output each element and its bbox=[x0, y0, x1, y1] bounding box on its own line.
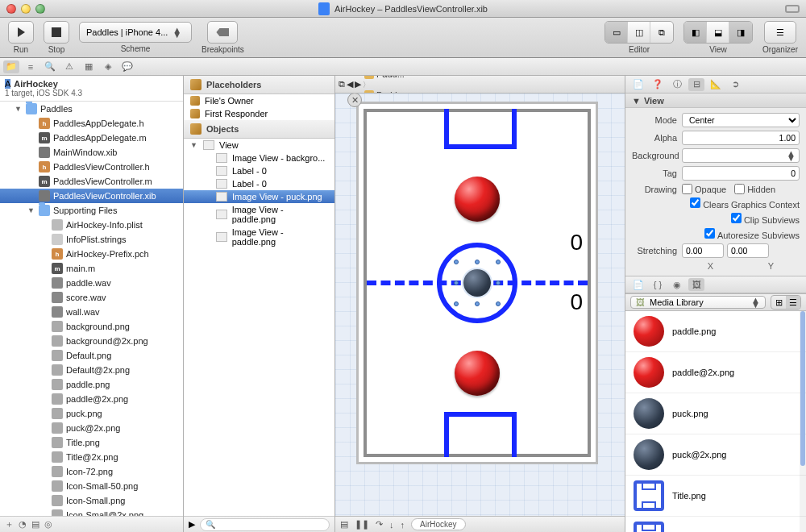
tree-row[interactable]: Default.png bbox=[0, 348, 183, 363]
library-item[interactable]: Title.png bbox=[625, 476, 806, 517]
size-inspector-icon[interactable]: 📐 bbox=[708, 78, 724, 91]
library-item[interactable]: Title@2x.png bbox=[625, 517, 806, 532]
tree-row[interactable]: score.wav bbox=[0, 290, 183, 305]
library-item[interactable]: paddle.png bbox=[625, 311, 806, 352]
tree-row[interactable]: hAirHockey-Prefix.pch bbox=[0, 247, 183, 261]
scrollbar[interactable] bbox=[800, 311, 806, 532]
opaque-checkbox[interactable]: Opaque bbox=[682, 184, 726, 194]
close-window[interactable] bbox=[6, 4, 16, 14]
placeholder-row[interactable]: First Responder bbox=[184, 107, 334, 120]
grid-view-icon[interactable]: ⊞ bbox=[771, 296, 786, 309]
media-library[interactable]: paddle.pngpaddle@2x.pngpuck.pngpuck@2x.p… bbox=[625, 311, 806, 532]
debug-scope[interactable]: AirHockey bbox=[411, 518, 466, 530]
tag-field[interactable] bbox=[682, 166, 800, 181]
tree-row[interactable]: hPaddlesViewController.h bbox=[0, 160, 183, 174]
view-navigator[interactable]: ◧ bbox=[684, 22, 707, 43]
tree-row[interactable]: Icon-Small-50.png bbox=[0, 479, 183, 493]
tree-row[interactable]: hPaddlesAppDelegate.h bbox=[0, 116, 183, 131]
editor-version[interactable]: ⧉ bbox=[650, 22, 673, 43]
object-row[interactable]: Label - 0 bbox=[184, 177, 334, 190]
library-item[interactable]: puck@2x.png bbox=[625, 434, 806, 476]
tree-row[interactable]: ▼Paddles bbox=[0, 102, 183, 116]
object-library-icon[interactable]: ◉ bbox=[669, 278, 685, 291]
library-view-toggle[interactable]: ⊞☰ bbox=[771, 295, 801, 310]
quick-help-icon[interactable]: ❓ bbox=[650, 78, 666, 91]
object-row[interactable]: Image View - paddle.png bbox=[184, 203, 334, 226]
tree-row[interactable]: Icon-Small.png bbox=[0, 493, 183, 508]
log-navigator-icon[interactable]: 💬 bbox=[119, 60, 135, 73]
editor-standard[interactable]: ▭ bbox=[605, 22, 628, 43]
tree-row[interactable]: AirHockey-Info.plist bbox=[0, 218, 183, 232]
tree-row[interactable]: Title.png bbox=[0, 435, 183, 450]
object-row[interactable]: ▼View bbox=[184, 139, 334, 152]
outline-search[interactable]: 🔍 bbox=[200, 518, 330, 531]
add-icon[interactable]: ＋ bbox=[5, 518, 14, 530]
jump-bar[interactable]: ⧉ ◀ ▶ AirHockey〉Padd...〉Padd...〉Padd...〉… bbox=[335, 76, 625, 94]
filter-recent-icon[interactable]: ◔ bbox=[19, 519, 27, 530]
object-row[interactable]: Image View - puck.png bbox=[184, 190, 334, 203]
debug-step-over-icon[interactable]: ↷ bbox=[376, 519, 383, 530]
tree-row[interactable]: Icon-Small@2x.png bbox=[0, 508, 183, 516]
tree-row[interactable]: puck@2x.png bbox=[0, 421, 183, 435]
tree-row[interactable]: mmain.m bbox=[0, 261, 183, 276]
tree-row[interactable]: Icon-72.png bbox=[0, 464, 183, 479]
tree-row[interactable]: paddle.png bbox=[0, 377, 183, 392]
editor-mode-segment[interactable]: ▭ ◫ ⧉ bbox=[604, 21, 674, 44]
outline-toggle-icon[interactable]: ▶ bbox=[189, 519, 195, 530]
tree-row[interactable]: Title@2x.png bbox=[0, 450, 183, 464]
tree-row[interactable]: ▼Supporting Files bbox=[0, 203, 183, 218]
minimize-window[interactable] bbox=[21, 4, 31, 14]
issue-navigator-icon[interactable]: ⚠ bbox=[61, 60, 77, 73]
alpha-field[interactable] bbox=[682, 131, 800, 145]
breakpoints-button[interactable] bbox=[207, 21, 238, 44]
clip-checkbox[interactable]: Clip Subviews bbox=[682, 213, 800, 225]
run-button[interactable] bbox=[8, 21, 34, 44]
inspector-header[interactable]: ▼ View bbox=[625, 94, 806, 108]
debug-step-in-icon[interactable]: ↓ bbox=[389, 520, 394, 530]
stop-button[interactable] bbox=[44, 21, 69, 44]
debug-step-out-icon[interactable]: ↑ bbox=[401, 520, 405, 530]
filter-scm-icon[interactable]: ▤ bbox=[31, 519, 39, 530]
library-picker[interactable]: 🖼 Media Library ▲▼ bbox=[630, 296, 766, 309]
debug-hide-icon[interactable]: ▤ bbox=[340, 519, 348, 530]
proxy-icon[interactable] bbox=[785, 5, 800, 13]
view-utilities[interactable]: ◨ bbox=[729, 22, 752, 43]
object-row[interactable]: Label - 0 bbox=[184, 164, 334, 177]
tree-row[interactable]: background@2x.png bbox=[0, 334, 183, 348]
tree-row[interactable]: Default@2x.png bbox=[0, 363, 183, 377]
attributes-inspector-icon[interactable]: ⊟ bbox=[688, 78, 704, 91]
ib-canvas[interactable]: ✕ 0 0 bbox=[335, 94, 625, 516]
organizer-button[interactable]: ☰ bbox=[764, 21, 796, 44]
tree-row[interactable]: paddle.wav bbox=[0, 276, 183, 290]
back-icon[interactable]: ◀ bbox=[347, 79, 353, 89]
paddle-bottom[interactable] bbox=[455, 351, 500, 396]
device-view[interactable]: ✕ 0 0 bbox=[356, 102, 598, 464]
selection-handles[interactable] bbox=[457, 263, 497, 303]
identity-inspector-icon[interactable]: ⓘ bbox=[669, 78, 685, 91]
tree-row[interactable]: puck.png bbox=[0, 406, 183, 421]
tree-row[interactable]: MainWindow.xib bbox=[0, 145, 183, 160]
scheme-picker[interactable]: Paddles | iPhone 4... ▲▼ bbox=[79, 22, 192, 43]
zoom-window[interactable] bbox=[35, 4, 45, 14]
background-color-well[interactable]: ▲▼ bbox=[682, 148, 800, 163]
related-items-icon[interactable]: ⧉ bbox=[339, 79, 345, 89]
close-icon[interactable]: ✕ bbox=[347, 94, 362, 107]
library-item[interactable]: puck.png bbox=[625, 393, 806, 434]
breadcrumb[interactable]: Padd... bbox=[363, 76, 468, 79]
tree-row[interactable]: wall.wav bbox=[0, 305, 183, 319]
stretch-x[interactable] bbox=[682, 243, 724, 258]
clears-checkbox[interactable]: Clears Graphics Context bbox=[682, 197, 800, 210]
symbol-navigator-icon[interactable]: ≡ bbox=[23, 60, 39, 73]
hidden-checkbox[interactable]: Hidden bbox=[734, 184, 775, 194]
object-row[interactable]: Image View - backgro... bbox=[184, 152, 334, 164]
file-template-icon[interactable]: 📄 bbox=[630, 278, 646, 291]
tree-row[interactable]: PaddlesViewController.xib bbox=[0, 189, 183, 203]
code-snippet-icon[interactable]: { } bbox=[650, 278, 666, 291]
project-header[interactable]: A AirHockey 1 target, iOS SDK 4.3 bbox=[0, 76, 183, 102]
view-segment[interactable]: ◧ ⬓ ◨ bbox=[683, 21, 753, 44]
list-view-icon[interactable]: ☰ bbox=[786, 296, 800, 309]
tree-row[interactable]: mPaddlesViewController.m bbox=[0, 174, 183, 189]
search-navigator-icon[interactable]: 🔍 bbox=[42, 60, 58, 73]
debug-navigator-icon[interactable]: ▦ bbox=[81, 60, 97, 73]
placeholder-row[interactable]: File's Owner bbox=[184, 94, 334, 107]
